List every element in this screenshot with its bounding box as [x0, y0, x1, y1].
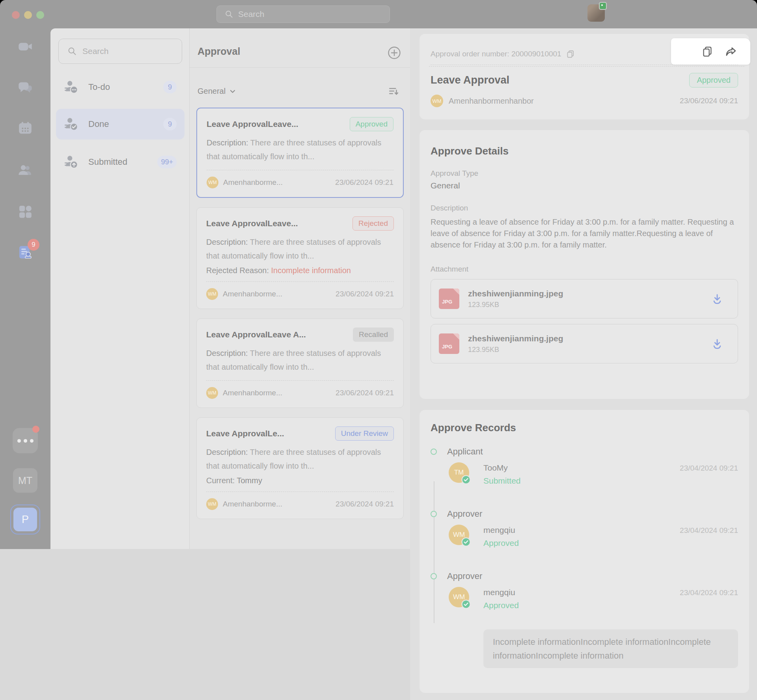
minimize-window-button[interactable]	[24, 11, 32, 19]
card-user: Amenhanborme...	[223, 290, 282, 298]
sort-list-icon	[388, 85, 400, 97]
card-title: Leave ApprovalLeave...	[207, 117, 298, 131]
avatar: WM	[206, 288, 218, 300]
divider	[207, 170, 393, 170]
sidebar-item-submitted[interactable]: Submitted 99+	[56, 149, 185, 175]
submitted-count-badge: 99+	[157, 156, 177, 168]
sidebar-item-video[interactable]	[17, 39, 33, 54]
sidebar-item-done[interactable]: Done 9	[56, 109, 185, 140]
status-badge: Rejected	[352, 216, 394, 231]
check-badge-icon	[461, 599, 471, 609]
record-role: Applicant	[447, 447, 483, 457]
record-role: Approver	[447, 509, 482, 519]
timeline-bullet-icon	[431, 449, 437, 455]
copy-icon[interactable]	[566, 50, 575, 58]
record-role-row: Approver	[431, 509, 738, 519]
approval-card[interactable]: Leave ApprovalLe... Under Review Descrip…	[196, 417, 404, 519]
timeline-bullet-icon	[431, 573, 437, 579]
more-apps-button[interactable]	[13, 428, 38, 453]
todo-count-badge: 9	[163, 81, 177, 93]
avatar: WM	[431, 95, 443, 107]
workplace-grid-icon	[17, 203, 33, 220]
sort-button[interactable]	[388, 85, 400, 97]
card-description: Description: There are three statuses of…	[206, 346, 394, 374]
detail-time: 23/06/2024 09:21	[680, 97, 738, 105]
avatar: WM	[206, 387, 218, 399]
workspace-switcher-p-selected[interactable]: P	[10, 505, 40, 534]
create-approval-button[interactable]	[387, 46, 401, 60]
approval-search-input[interactable]: Search	[58, 39, 182, 64]
detail-title: Leave Approval	[431, 74, 509, 86]
approval-type-label: Approval Type	[431, 169, 738, 178]
sidebar-item-contacts[interactable]	[17, 162, 33, 178]
timeline-bullet-icon	[431, 511, 437, 517]
approve-records-card: Approve Records Applicant TM TooMy Submi…	[420, 410, 749, 693]
card-title: Leave ApprovalLe...	[206, 426, 284, 441]
detail-status-badge: Approved	[689, 73, 738, 88]
copy-document-button[interactable]	[701, 45, 714, 58]
workspace-switcher-mt[interactable]: MT	[13, 468, 37, 493]
record-role-row: Approver	[431, 571, 738, 581]
sidebar-item-todo[interactable]: To-do 9	[56, 74, 185, 100]
sidebar-item-calendar[interactable]	[17, 120, 33, 136]
jpg-file-icon: JPG	[439, 289, 459, 309]
dot-icon	[30, 439, 34, 443]
description-label: Description:	[207, 138, 250, 147]
status-badge: Under Review	[335, 426, 394, 441]
divider	[206, 281, 394, 282]
rejected-reason-row: Rejected Reason: Incomplete information	[206, 266, 394, 275]
download-button[interactable]	[711, 293, 723, 305]
detail-author: Amenhanbormenhanbor	[449, 97, 534, 106]
record-status: Approved	[483, 601, 738, 610]
record-role-row: Applicant	[431, 447, 738, 457]
timeline-line	[434, 481, 434, 623]
approval-card[interactable]: Leave ApprovalLeave... Rejected Descript…	[196, 207, 404, 309]
record-entry: TM TooMy Submitted 23/04/2024 09:21	[449, 462, 738, 487]
jpg-label: JPG	[442, 299, 452, 305]
sidebar-item-workplace[interactable]	[17, 204, 33, 220]
check-badge-icon	[461, 475, 471, 484]
attachment-name: zheshiwenjianming.jpeg	[468, 334, 563, 343]
card-time: 23/06/2024 09:21	[335, 178, 393, 187]
current-label: Current:	[206, 476, 237, 485]
close-window-button[interactable]	[12, 11, 20, 19]
search-icon	[67, 47, 77, 56]
attachment-size: 123.95KB	[468, 346, 563, 354]
header-dashed-divider	[429, 66, 744, 67]
approve-details-heading: Approve Details	[431, 145, 738, 157]
user-avatar[interactable]	[587, 4, 605, 22]
card-description: Description: There are three statuses of…	[206, 235, 394, 263]
divider	[206, 491, 394, 492]
dot-icon	[24, 439, 27, 443]
copy-icon	[701, 45, 714, 58]
record-entry: WM mengqiu Approved 23/04/2024 09:21	[449, 587, 738, 611]
filter-dropdown[interactable]: General	[198, 87, 237, 96]
divider	[431, 65, 738, 65]
global-search-input[interactable]: Search	[216, 6, 390, 23]
forward-share-button[interactable]	[724, 45, 738, 58]
check-badge-icon	[461, 537, 471, 547]
description-text: Requesting a leave of absence for Friday…	[431, 216, 738, 251]
approval-card[interactable]: Leave ApprovalLeave... Approved Descript…	[196, 108, 404, 198]
approval-search-placeholder: Search	[82, 47, 109, 56]
download-button[interactable]	[711, 338, 723, 350]
sidebar-item-messenger[interactable]	[17, 80, 33, 95]
done-person-icon	[64, 117, 79, 132]
attachment-row[interactable]: JPG zheshiwenjianming.jpeg 123.95KB	[431, 324, 738, 363]
record-entry: WM mengqiu Approved 23/04/2024 09:21	[449, 525, 738, 549]
record-role: Approver	[447, 571, 482, 581]
approval-card[interactable]: Leave ApprovalLeave A... Recalled Descri…	[196, 318, 404, 408]
attachment-size: 123.95KB	[468, 301, 563, 309]
record-status: Submitted	[483, 476, 738, 486]
todo-person-icon	[64, 80, 79, 95]
contacts-icon	[17, 162, 33, 179]
plus-circle-icon	[387, 46, 401, 60]
card-user: Amenhanborme...	[223, 178, 283, 187]
maximize-window-button[interactable]	[36, 11, 44, 19]
traffic-lights	[12, 11, 44, 19]
description-label: Description:	[206, 448, 250, 456]
attachment-label: Attachment	[431, 265, 738, 274]
attachment-row[interactable]: JPG zheshiwenjianming.jpeg 123.95KB	[431, 279, 738, 318]
video-camera-icon	[17, 38, 33, 55]
record-status: Approved	[483, 538, 738, 548]
